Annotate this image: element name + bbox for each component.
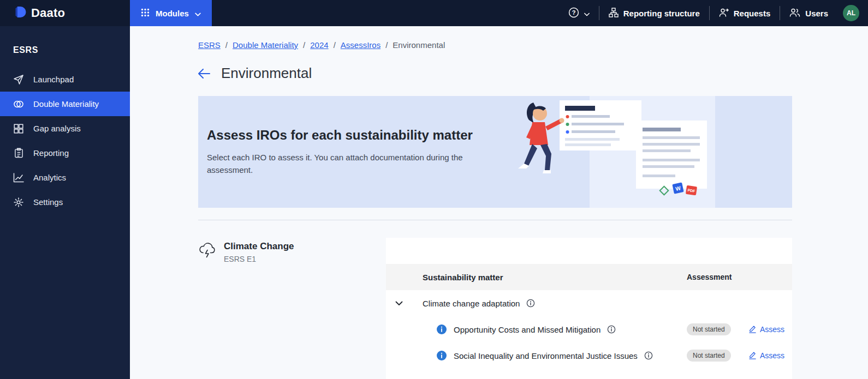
table-header-row: Sustainability matter Assessment bbox=[386, 264, 792, 290]
back-button[interactable] bbox=[198, 69, 210, 79]
modules-label: Modules bbox=[156, 9, 189, 18]
request-user-icon bbox=[719, 8, 729, 19]
rocket-icon bbox=[13, 74, 24, 85]
nav-requests[interactable]: Requests bbox=[710, 0, 780, 26]
status-badge: Not started bbox=[687, 350, 731, 362]
assess-label: Assess bbox=[760, 351, 784, 360]
svg-text:?: ? bbox=[572, 9, 575, 16]
sidebar-item-label: Analytics bbox=[33, 173, 66, 182]
topic-header: Climate Change ESRS E1 bbox=[198, 238, 386, 379]
breadcrumb-link-2024[interactable]: 2024 bbox=[310, 40, 328, 50]
breadcrumb-link-assessiros[interactable]: AssessIros bbox=[341, 40, 381, 50]
info-icon[interactable] bbox=[526, 299, 535, 308]
climate-change-section: Climate Change ESRS E1 Sustainability ma… bbox=[198, 238, 792, 379]
banner-illustration: W PDF bbox=[500, 96, 740, 208]
iro-label: Opportunity Costs and Missed Mitigation bbox=[454, 325, 601, 334]
help-icon: ? bbox=[568, 7, 579, 20]
double-materiality-icon bbox=[13, 99, 24, 110]
sidebar-item-label: Launchpad bbox=[33, 75, 74, 84]
sidebar-item-label: Double Materiality bbox=[33, 99, 99, 109]
topic-title: Climate Change bbox=[224, 241, 294, 252]
info-icon[interactable] bbox=[607, 325, 616, 334]
group-label: Climate change adaptation bbox=[423, 299, 520, 308]
sidebar-item-label: Settings bbox=[33, 197, 63, 207]
sidebar-item-gap-analysis[interactable]: Gap analysis bbox=[0, 116, 130, 141]
main-content: ESRS / Double Materiality / 2024 / Asses… bbox=[130, 26, 868, 379]
daato-logo-icon bbox=[14, 5, 27, 21]
nav-reporting-structure[interactable]: Reporting structure bbox=[599, 0, 709, 26]
grid-icon bbox=[141, 8, 150, 19]
users-icon bbox=[789, 8, 800, 19]
sidebar-item-settings[interactable]: Settings bbox=[0, 190, 130, 214]
topbar-right: ? Reporting structure Requests User bbox=[559, 0, 868, 26]
column-header-assessment: Assessment bbox=[687, 273, 792, 281]
breadcrumb-current: Environmental bbox=[393, 40, 445, 50]
breadcrumb-separator: / bbox=[303, 40, 305, 50]
assess-label: Assess bbox=[760, 325, 784, 334]
impact-badge-icon bbox=[437, 324, 447, 334]
chevron-down-icon bbox=[195, 9, 201, 18]
sidebar-item-label: Reporting bbox=[33, 148, 69, 158]
gear-icon bbox=[13, 197, 24, 208]
assess-button[interactable]: Assess bbox=[748, 351, 784, 361]
brand: Daato bbox=[0, 0, 130, 26]
breadcrumb-separator: / bbox=[334, 40, 336, 50]
modules-button[interactable]: Modules bbox=[130, 0, 212, 26]
breadcrumb: ESRS / Double Materiality / 2024 / Asses… bbox=[198, 40, 792, 50]
info-icon[interactable] bbox=[644, 351, 653, 360]
pencil-icon bbox=[748, 324, 757, 335]
assessment-table: Sustainability matter Assessment Climate… bbox=[386, 238, 792, 379]
sidebar-item-launchpad[interactable]: Launchpad bbox=[0, 67, 130, 92]
pencil-icon bbox=[748, 351, 757, 361]
topic-code: ESRS E1 bbox=[224, 255, 294, 263]
column-header-sustainability-matter: Sustainability matter bbox=[423, 273, 687, 282]
iro-row: Opportunity Costs and Missed Mitigation … bbox=[386, 316, 792, 342]
sidebar-item-analytics[interactable]: Analytics bbox=[0, 165, 130, 190]
clipboard-icon bbox=[13, 148, 24, 158]
assess-iros-banner: Assess IROs for each sustainability matt… bbox=[198, 96, 792, 208]
section-divider bbox=[198, 220, 792, 220]
iro-row: Social Inequality and Environmental Just… bbox=[386, 342, 792, 369]
iro-label: Social Inequality and Environmental Just… bbox=[454, 351, 638, 360]
nav-label: Reporting structure bbox=[623, 9, 700, 18]
sidebar-section-title: ESRS bbox=[0, 26, 130, 67]
nav-label: Users bbox=[805, 9, 828, 18]
hierarchy-icon bbox=[609, 8, 619, 19]
help-menu[interactable]: ? bbox=[559, 0, 599, 26]
table-toolbar bbox=[386, 238, 792, 264]
impact-badge-icon bbox=[437, 351, 447, 360]
nav-label: Requests bbox=[734, 9, 771, 18]
breadcrumb-link-esrs[interactable]: ESRS bbox=[198, 40, 221, 50]
chevron-down-icon bbox=[584, 9, 590, 18]
breadcrumb-separator: / bbox=[385, 40, 388, 50]
sidebar-item-reporting[interactable]: Reporting bbox=[0, 141, 130, 165]
breadcrumb-separator: / bbox=[225, 40, 228, 50]
nav-users[interactable]: Users bbox=[780, 0, 837, 26]
avatar[interactable]: AL bbox=[843, 5, 859, 21]
breadcrumb-link-double-materiality[interactable]: Double Materiality bbox=[233, 40, 298, 50]
banner-subtitle: Select each IRO to assess it. You can at… bbox=[207, 151, 483, 177]
brand-name: Daato bbox=[31, 6, 65, 20]
group-row-climate-change-adaptation[interactable]: Climate change adaptation bbox=[386, 290, 792, 316]
sidebar: ESRS Launchpad Double Materiality Gap an… bbox=[0, 26, 130, 379]
line-chart-icon bbox=[13, 173, 24, 183]
grid-squares-icon bbox=[13, 124, 24, 134]
page-title: Environmental bbox=[221, 65, 312, 82]
sidebar-item-double-materiality[interactable]: Double Materiality bbox=[0, 92, 130, 116]
banner-title: Assess IROs for each sustainability matt… bbox=[207, 128, 483, 143]
cloud-lightning-icon bbox=[198, 241, 217, 379]
collapse-chevron-icon[interactable] bbox=[395, 301, 403, 306]
sidebar-item-label: Gap analysis bbox=[33, 124, 81, 133]
status-badge: Not started bbox=[687, 323, 731, 335]
topbar: Daato Modules ? Reporting structure bbox=[0, 0, 868, 26]
assess-button[interactable]: Assess bbox=[748, 324, 784, 335]
title-row: Environmental bbox=[198, 65, 792, 82]
